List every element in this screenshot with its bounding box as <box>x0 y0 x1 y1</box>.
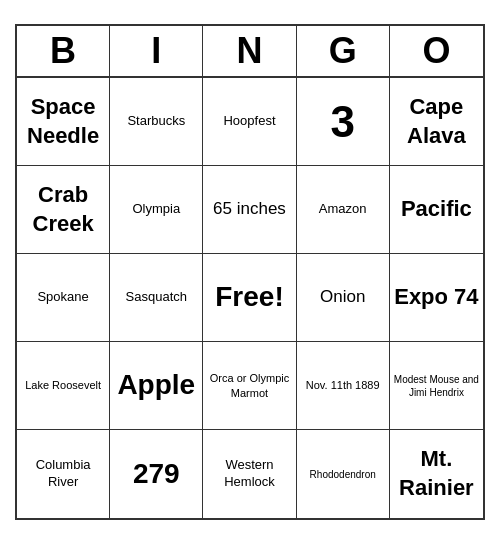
header-letter-i: I <box>110 26 203 76</box>
bingo-cell-0: Space Needle <box>17 78 110 166</box>
header-letter-n: N <box>203 26 296 76</box>
bingo-cell-12: Free! <box>203 254 296 342</box>
bingo-cell-14: Expo 74 <box>390 254 483 342</box>
bingo-card: BINGO Space NeedleStarbucksHoopfest3Cape… <box>15 24 485 520</box>
bingo-cell-23: Rhododendron <box>297 430 390 518</box>
header-letter-g: G <box>297 26 390 76</box>
bingo-cell-16: Apple <box>110 342 203 430</box>
bingo-cell-21: 279 <box>110 430 203 518</box>
bingo-cell-3: 3 <box>297 78 390 166</box>
bingo-cell-10: Spokane <box>17 254 110 342</box>
bingo-cell-17: Orca or Olympic Marmot <box>203 342 296 430</box>
bingo-cell-13: Onion <box>297 254 390 342</box>
bingo-cell-5: Crab Creek <box>17 166 110 254</box>
bingo-cell-24: Mt. Rainier <box>390 430 483 518</box>
bingo-cell-15: Lake Roosevelt <box>17 342 110 430</box>
bingo-cell-18: Nov. 11th 1889 <box>297 342 390 430</box>
bingo-cell-8: Amazon <box>297 166 390 254</box>
header-letter-o: O <box>390 26 483 76</box>
bingo-grid: Space NeedleStarbucksHoopfest3Cape Alava… <box>17 78 483 518</box>
bingo-cell-20: Columbia River <box>17 430 110 518</box>
bingo-cell-11: Sasquatch <box>110 254 203 342</box>
bingo-cell-6: Olympia <box>110 166 203 254</box>
bingo-cell-2: Hoopfest <box>203 78 296 166</box>
bingo-cell-9: Pacific <box>390 166 483 254</box>
bingo-cell-4: Cape Alava <box>390 78 483 166</box>
header-letter-b: B <box>17 26 110 76</box>
bingo-header: BINGO <box>17 26 483 78</box>
bingo-cell-19: Modest Mouse and Jimi Hendrix <box>390 342 483 430</box>
bingo-cell-7: 65 inches <box>203 166 296 254</box>
bingo-cell-22: Western Hemlock <box>203 430 296 518</box>
bingo-cell-1: Starbucks <box>110 78 203 166</box>
